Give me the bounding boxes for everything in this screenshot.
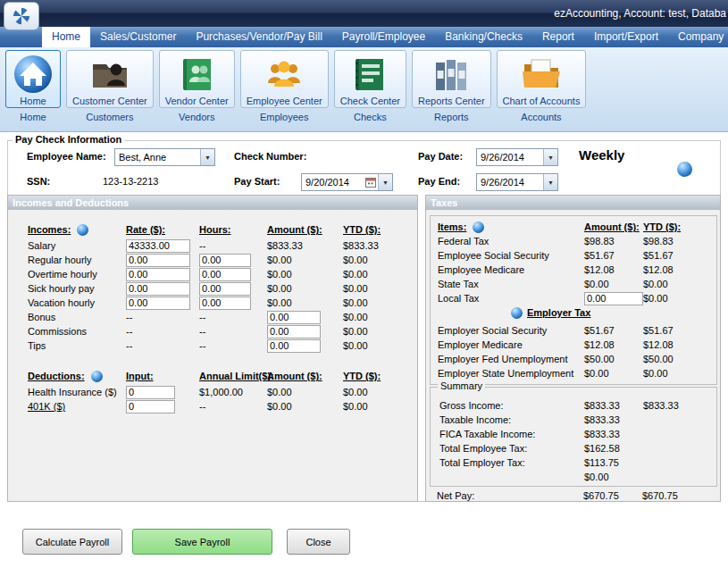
income-ytd: $0.00 xyxy=(343,255,417,265)
401k-input[interactable] xyxy=(126,400,175,413)
tab-home[interactable]: Home xyxy=(42,27,90,47)
vacation-hourly-hours-input[interactable] xyxy=(199,297,251,310)
taxes-help-globe-icon[interactable] xyxy=(473,221,484,233)
tax-label: Employer State Unemployment xyxy=(431,368,584,379)
chevron-down-icon[interactable]: ▼ xyxy=(543,174,557,190)
tips-amount-input[interactable] xyxy=(267,339,321,353)
app-logo-icon[interactable] xyxy=(4,2,39,30)
tab-company[interactable]: Company xyxy=(668,27,728,47)
bonus-amount-input[interactable] xyxy=(267,311,321,324)
tax-ytd: $0.00 xyxy=(643,279,716,289)
reports-center-button[interactable]: Reports Center xyxy=(412,50,491,108)
summary-row-fica-taxable-income: FICA Taxable Income: $833.33 xyxy=(431,427,716,441)
income-row-sick-hourly-pay: Sick hourly pay $0.00 $0.00 xyxy=(8,281,417,296)
tax-row-local: Local Tax $0.00 xyxy=(431,291,716,305)
chevron-down-icon[interactable]: ▼ xyxy=(543,149,557,165)
employee-name-select[interactable]: Best, Anne ▼ xyxy=(114,148,215,166)
home-icon xyxy=(12,53,54,96)
tab-sales-customer[interactable]: Sales/Customer xyxy=(90,27,186,47)
salary-rate-input[interactable] xyxy=(126,239,190,253)
tax-ytd: $12.08 xyxy=(643,339,716,350)
vacation-hourly-rate-input[interactable] xyxy=(126,297,190,310)
income-hours: -- xyxy=(199,240,267,251)
tab-banking-checks[interactable]: Banking/Checks xyxy=(435,27,532,47)
incomes-help-globe-icon[interactable] xyxy=(77,224,88,236)
tab-purchases-vendor-pay-bill[interactable]: Purchases/Vendor/Pay Bill xyxy=(186,27,331,47)
close-button[interactable]: Close xyxy=(287,529,350,555)
income-row-overtime-hourly: Overtime hourly $0.00 $0.00 xyxy=(8,267,417,281)
tax-ytd: $0.00 xyxy=(643,293,716,304)
menu-bar: Home Sales/Customer Purchases/Vendor/Pay… xyxy=(0,27,728,47)
income-amount: $0.00 xyxy=(267,283,343,294)
tax-amount: $12.08 xyxy=(584,264,643,275)
chevron-down-icon[interactable]: ▼ xyxy=(200,149,214,165)
overtime-hourly-hours-input[interactable] xyxy=(199,268,251,281)
calculate-payroll-button[interactable]: Calculate Payroll xyxy=(22,529,122,555)
tax-ytd: $50.00 xyxy=(643,354,716,364)
home-button[interactable]: Home xyxy=(5,50,61,108)
tab-report[interactable]: Report xyxy=(532,27,584,47)
employer-tax-help-globe-icon[interactable] xyxy=(511,307,523,319)
income-ytd: $0.00 xyxy=(343,326,417,337)
employee-center-button[interactable]: Employee Center xyxy=(240,50,329,108)
commissions-amount-input[interactable] xyxy=(267,325,321,338)
health-insurance-input[interactable] xyxy=(126,386,175,399)
summary-amount: $0.00 xyxy=(584,472,643,482)
deduction-col-ytd: YTD ($): xyxy=(343,371,417,381)
employee-name-label: Employee Name: xyxy=(27,151,106,162)
sick-hourly-rate-input[interactable] xyxy=(126,282,190,296)
summary-label: FICA Taxable Income: xyxy=(431,429,584,439)
tab-import-export[interactable]: Import/Export xyxy=(584,27,668,47)
overtime-hourly-rate-input[interactable] xyxy=(126,268,190,281)
sick-hourly-hours-input[interactable] xyxy=(199,282,251,296)
taxes-header-row: Items: Amount ($): YTD ($): xyxy=(431,220,716,234)
tax-amount: $0.00 xyxy=(584,368,643,379)
pay-start-date-picker[interactable]: 9/20/2014 ▼ xyxy=(301,173,393,191)
tax-label: Employer Fed Unemployment xyxy=(431,354,584,364)
deductions-help-globe-icon[interactable] xyxy=(91,371,103,382)
deduction-limit: -- xyxy=(199,401,267,412)
income-hours: -- xyxy=(199,326,267,337)
income-label: Bonus xyxy=(8,312,126,322)
income-row-regular-hourly: Regular hourly $0.00 $0.00 xyxy=(8,253,417,267)
chart-of-accounts-button[interactable]: Chart of Accounts xyxy=(497,50,587,108)
regular-hourly-hours-input[interactable] xyxy=(199,254,251,267)
local-tax-input[interactable] xyxy=(584,292,643,305)
chevron-down-icon[interactable]: ▼ xyxy=(378,174,392,190)
vendor-center-button[interactable]: Vendor Center xyxy=(159,50,235,108)
tax-label: Employer Social Security xyxy=(431,325,584,336)
income-rate: -- xyxy=(126,312,199,322)
summary-label: Total Employer Tax: xyxy=(431,457,584,468)
employer-tax-header: Employer Tax xyxy=(511,305,590,320)
incomes-deductions-panel-header: Incomes and Deductions xyxy=(8,196,417,210)
check-number-input[interactable] xyxy=(314,148,404,166)
home-button-label: Home xyxy=(20,96,46,106)
check-center-button[interactable]: Check Center xyxy=(334,50,406,108)
deduction-row-401k: 401K ($) -- $0.00 $0.00 xyxy=(8,399,417,413)
regular-hourly-rate-input[interactable] xyxy=(126,254,190,267)
toolbar: Home Home Customer Center Customers Vend… xyxy=(0,47,728,132)
pay-end-select[interactable]: 9/26/2014 ▼ xyxy=(476,173,558,191)
tax-amount: $50.00 xyxy=(584,354,643,364)
deduction-ytd: $0.00 xyxy=(343,401,417,412)
summary-box: Summary Gross Income: $833.33 $833.33 Ta… xyxy=(430,387,717,487)
customer-center-button[interactable]: Customer Center xyxy=(66,50,154,108)
pay-date-select[interactable]: 9/26/2014 ▼ xyxy=(476,148,558,166)
deduction-label-401k-link[interactable]: 401K ($) xyxy=(28,401,65,412)
tax-amount: $0.00 xyxy=(584,279,643,289)
summary-ytd: $833.33 xyxy=(643,400,716,411)
paycheck-help-globe-icon[interactable] xyxy=(677,162,692,177)
check-center-button-label: Check Center xyxy=(340,96,400,106)
summary-row-total-employer-tax: Total Employer Tax: $113.75 xyxy=(431,455,716,470)
income-col-hours: Hours: xyxy=(199,224,267,235)
income-hours: -- xyxy=(199,340,267,351)
check-number-label: Check Number: xyxy=(234,151,306,162)
summary-row-taxable-income: Taxable Income: $833.33 xyxy=(431,413,716,427)
save-payroll-button[interactable]: Save Payroll xyxy=(132,529,272,555)
tax-ytd: $51.67 xyxy=(643,250,716,261)
tax-ytd: $98.83 xyxy=(643,236,716,246)
toolbar-sublabel-home: Home xyxy=(20,112,46,122)
net-pay-label: Net Pay: xyxy=(426,490,583,501)
tab-payroll-employee[interactable]: Payroll/Employee xyxy=(332,27,435,47)
taxes-panel-header: Taxes xyxy=(426,196,720,210)
